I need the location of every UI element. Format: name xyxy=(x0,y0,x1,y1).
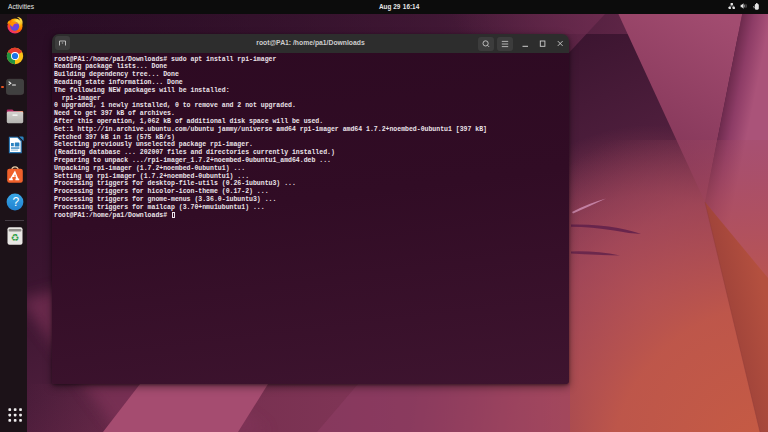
svg-text:?: ? xyxy=(12,195,19,209)
svg-text:♻: ♻ xyxy=(11,231,20,242)
